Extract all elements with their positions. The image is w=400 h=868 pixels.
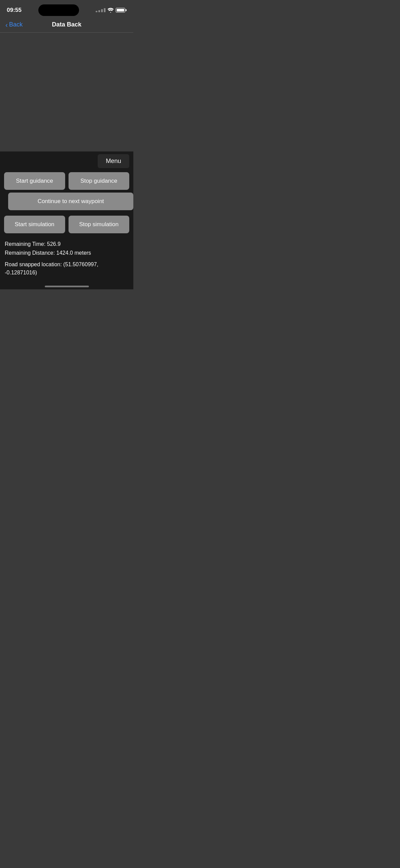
status-bar: 09:55 xyxy=(0,0,133,18)
continue-waypoint-button[interactable]: Continue to next waypoint xyxy=(8,193,133,210)
menu-button[interactable]: Menu xyxy=(98,154,129,168)
home-bar xyxy=(45,286,89,287)
info-section: Remaining Time: 526.9 Remaining Distance… xyxy=(0,236,133,283)
remaining-time-text: Remaining Time: 526.9 xyxy=(5,240,129,248)
menu-container: Menu xyxy=(0,151,133,169)
remaining-distance-text: Remaining Distance: 1424.0 meters xyxy=(5,249,129,257)
status-time: 09:55 xyxy=(7,7,21,14)
back-chevron-icon: ‹ xyxy=(5,21,8,28)
map-area xyxy=(0,33,133,151)
status-icons xyxy=(96,8,127,13)
battery-icon xyxy=(116,8,127,13)
simulation-button-row: Start simulation Stop simulation xyxy=(0,213,133,236)
dynamic-island xyxy=(38,4,79,16)
waypoint-button-row: Continue to next waypoint xyxy=(0,193,133,213)
stop-simulation-button[interactable]: Stop simulation xyxy=(69,216,130,233)
signal-icon xyxy=(96,8,106,12)
stop-guidance-button[interactable]: Stop guidance xyxy=(69,172,130,190)
road-snapped-group: Road snapped location: (51.50760997, -0.… xyxy=(5,260,129,277)
nav-bar: ‹ Back Data Back xyxy=(0,18,133,33)
road-snapped-text: Road snapped location: (51.50760997, -0.… xyxy=(5,260,129,277)
start-simulation-button[interactable]: Start simulation xyxy=(4,216,65,233)
wifi-icon xyxy=(108,8,114,13)
bottom-panel: Start guidance Stop guidance Continue to… xyxy=(0,169,133,289)
screen: 09:55 ‹ Back Data Back Menu xyxy=(0,0,133,289)
home-indicator xyxy=(0,283,133,289)
time-distance-group: Remaining Time: 526.9 Remaining Distance… xyxy=(5,240,129,257)
guidance-button-row: Start guidance Stop guidance xyxy=(0,169,133,193)
page-title: Data Back xyxy=(52,21,81,28)
start-guidance-button[interactable]: Start guidance xyxy=(4,172,65,190)
back-label: Back xyxy=(9,21,23,28)
back-button[interactable]: ‹ Back xyxy=(5,21,23,28)
